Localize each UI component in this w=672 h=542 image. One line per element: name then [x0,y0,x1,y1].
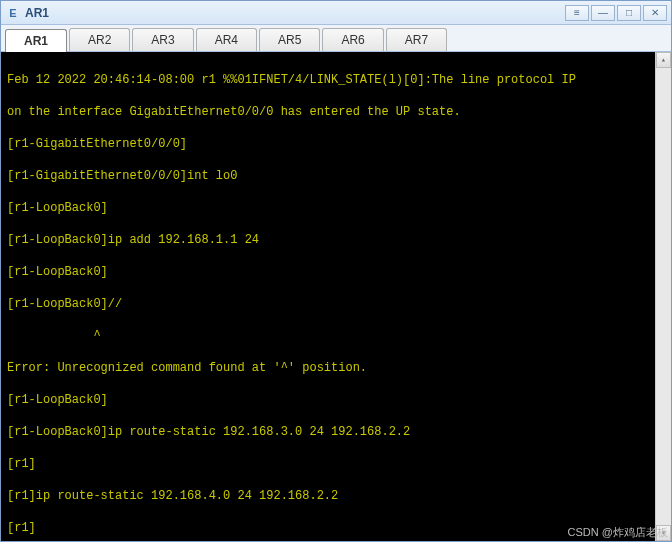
terminal-line: [r1-LoopBack0] [7,200,665,216]
options-button[interactable]: ≡ [565,5,589,21]
terminal-line: [r1] [7,456,665,472]
terminal-line: Error: Unrecognized command found at '^'… [7,360,665,376]
app-icon: E [5,5,21,21]
tabs-row: AR1 AR2 AR3 AR4 AR5 AR6 AR7 [1,25,671,52]
scroll-up-button[interactable]: ▴ [656,52,671,68]
tab-ar3[interactable]: AR3 [132,28,193,51]
tab-ar6[interactable]: AR6 [322,28,383,51]
terminal-line: [r1-LoopBack0] [7,264,665,280]
menu-icon: ≡ [574,7,580,18]
tab-ar7[interactable]: AR7 [386,28,447,51]
terminal-line: on the interface GigabitEthernet0/0/0 ha… [7,104,665,120]
terminal-line: [r1-LoopBack0] [7,392,665,408]
scrollbar[interactable]: ▴ ▾ [655,52,671,541]
terminal-line: Feb 12 2022 20:46:14-08:00 r1 %%01IFNET/… [7,72,665,88]
maximize-icon: □ [626,7,632,18]
terminal-line: [r1] [7,520,665,536]
tab-ar4[interactable]: AR4 [196,28,257,51]
window-title: AR1 [25,6,565,20]
terminal[interactable]: Feb 12 2022 20:46:14-08:00 r1 %%01IFNET/… [1,52,671,541]
terminal-line: [r1-LoopBack0]ip route-static 192.168.3.… [7,424,665,440]
terminal-line: [r1]ip route-static 192.168.4.0 24 192.1… [7,488,665,504]
scroll-track[interactable] [656,68,671,525]
window-controls: ≡ — □ ✕ [565,5,667,21]
close-icon: ✕ [651,7,659,18]
terminal-line: [r1-LoopBack0]// [7,296,665,312]
chevron-up-icon: ▴ [661,52,666,68]
terminal-line: [r1-LoopBack0]ip add 192.168.1.1 24 [7,232,665,248]
terminal-line: [r1-GigabitEthernet0/0/0]int lo0 [7,168,665,184]
minimize-icon: — [598,7,608,18]
watermark: CSDN @炸鸡店老板 [568,525,668,540]
tab-ar5[interactable]: AR5 [259,28,320,51]
minimize-button[interactable]: — [591,5,615,21]
close-button[interactable]: ✕ [643,5,667,21]
titlebar[interactable]: E AR1 ≡ — □ ✕ [1,1,671,25]
tab-ar1[interactable]: AR1 [5,29,67,52]
maximize-button[interactable]: □ [617,5,641,21]
terminal-line: ^ [7,328,665,344]
tab-ar2[interactable]: AR2 [69,28,130,51]
app-window: E AR1 ≡ — □ ✕ AR1 AR2 AR3 AR4 AR5 AR6 AR… [0,0,672,542]
terminal-line: [r1-GigabitEthernet0/0/0] [7,136,665,152]
